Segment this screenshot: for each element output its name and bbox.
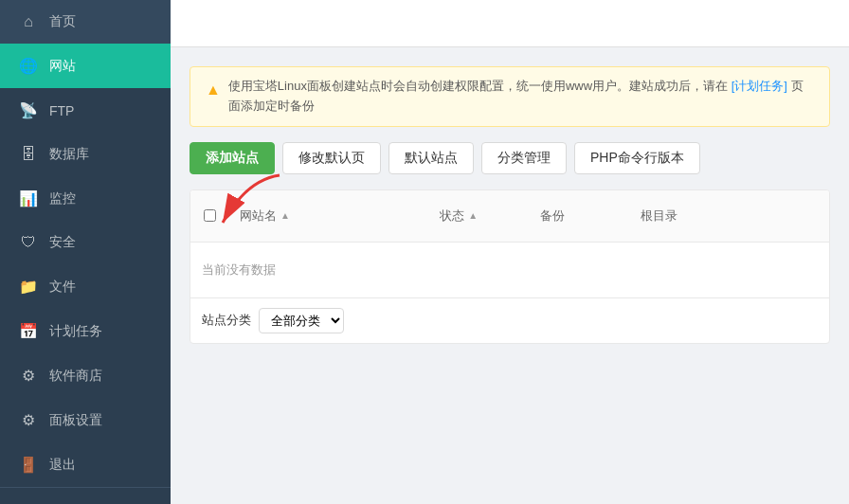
sidebar-item-ftp[interactable]: 📡 FTP <box>0 88 171 133</box>
sidebar-item-label: 计划任务 <box>49 323 102 340</box>
sidebar-item-monitor[interactable]: 📊 监控 <box>0 176 171 221</box>
sidebar-item-database[interactable]: 🗄 数据库 <box>0 133 171 176</box>
add-site-button[interactable]: 添加站点 <box>190 142 275 174</box>
appstore-icon: ⚙ <box>19 367 38 385</box>
sidebar-item-security[interactable]: 🛡 安全 <box>0 221 171 264</box>
sidebar-item-label: 退出 <box>49 457 76 474</box>
sidebar: ⌂ 首页 🌐 网站 📡 FTP 🗄 数据库 📊 监控 🛡 安全 📁 文件 📅 计… <box>0 0 171 504</box>
sidebar-item-home[interactable]: ⌂ 首页 <box>0 0 171 44</box>
sidebar-item-label: 安全 <box>49 234 76 251</box>
topbar <box>171 0 849 47</box>
sidebar-item-label: 文件 <box>49 279 76 296</box>
sort-icon-name: ▲ <box>280 210 290 221</box>
sidebar-item-label: 网站 <box>49 58 76 75</box>
th-sitename: 网站名 ▲ <box>228 200 428 232</box>
warning-icon: ▲ <box>206 78 221 102</box>
sort-icon-status: ▲ <box>468 210 478 221</box>
header-checkbox-cell <box>190 200 228 232</box>
category-label: 站点分类 <box>202 312 251 329</box>
notice-bar: ▲ 使用宝塔Linux面板创建站点时会自动创建权限配置，统一使用www用户。建站… <box>190 66 830 127</box>
logout-icon: 🚪 <box>19 456 38 474</box>
sidebar-item-label: 数据库 <box>49 146 89 163</box>
notice-text: 使用宝塔Linux面板创建站点时会自动创建权限配置，统一使用www用户。建站成功… <box>228 77 814 117</box>
sidebar-item-label: 监控 <box>49 190 76 207</box>
sidebar-item-label: 首页 <box>49 13 76 30</box>
home-icon: ⌂ <box>19 13 38 30</box>
files-icon: 📁 <box>19 278 38 296</box>
select-all-checkbox[interactable] <box>204 209 216 222</box>
sidebar-item-appstore[interactable]: ⚙ 软件商店 <box>0 353 171 398</box>
sidebar-item-label: FTP <box>49 103 74 118</box>
sidebar-item-label: 软件商店 <box>49 368 102 385</box>
modify-default-button[interactable]: 修改默认页 <box>282 142 381 174</box>
website-icon: 🌐 <box>19 57 38 75</box>
table-header: 网站名 ▲ 状态 ▲ 备份 根目录 <box>190 190 829 243</box>
th-backup: 备份 <box>529 200 629 232</box>
main-area: ▲ 使用宝塔Linux面板创建站点时会自动创建权限配置，统一使用www用户。建站… <box>171 0 849 504</box>
category-select[interactable]: 全部分类 <box>259 308 344 333</box>
site-table: 网站名 ▲ 状态 ▲ 备份 根目录 当前没有数据 站点分类 全部分类 <box>190 189 830 344</box>
notice-link[interactable]: [计划任务] <box>732 79 787 93</box>
sidebar-add-button[interactable]: + <box>0 488 171 504</box>
sidebar-item-label: 面板设置 <box>49 412 102 429</box>
monitor-icon: 📊 <box>19 189 38 207</box>
security-icon: 🛡 <box>19 234 38 251</box>
sidebar-item-settings[interactable]: ⚙ 面板设置 <box>0 398 171 442</box>
php-version-button[interactable]: PHP命令行版本 <box>574 142 700 174</box>
crontab-icon: 📅 <box>19 322 38 340</box>
ftp-icon: 📡 <box>19 101 38 119</box>
default-site-button[interactable]: 默认站点 <box>388 142 474 174</box>
content-area: ▲ 使用宝塔Linux面板创建站点时会自动创建权限配置，统一使用www用户。建站… <box>171 47 849 504</box>
empty-row: 当前没有数据 <box>190 243 829 298</box>
sidebar-bottom: + <box>0 487 171 504</box>
th-status: 状态 ▲ <box>428 200 529 232</box>
database-icon: 🗄 <box>19 146 38 163</box>
toolbar: 添加站点 修改默认页 默认站点 分类管理 PHP命令行版本 <box>190 142 830 174</box>
table-footer: 站点分类 全部分类 <box>190 298 829 343</box>
sidebar-item-website[interactable]: 🌐 网站 <box>0 44 171 88</box>
settings-icon: ⚙ <box>19 411 38 429</box>
category-mgmt-button[interactable]: 分类管理 <box>481 142 567 174</box>
th-rootdir: 根目录 <box>629 200 829 232</box>
sidebar-item-logout[interactable]: 🚪 退出 <box>0 442 171 487</box>
sidebar-item-files[interactable]: 📁 文件 <box>0 264 171 309</box>
sidebar-item-crontab[interactable]: 📅 计划任务 <box>0 309 171 353</box>
